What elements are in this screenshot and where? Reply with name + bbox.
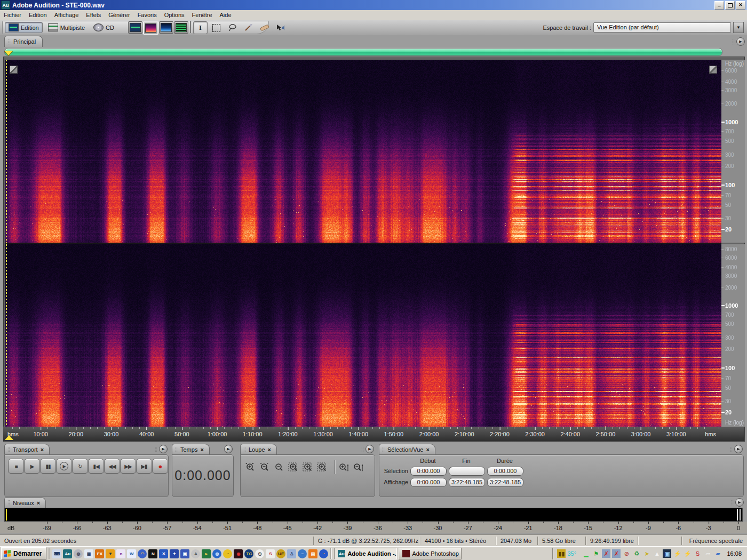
phase-view-button[interactable]	[174, 21, 188, 34]
spectrogram-right-channel[interactable]	[5, 244, 721, 427]
time-selection-tool-button[interactable]: I	[193, 21, 208, 34]
play-from-cursor-button[interactable]: ▶	[56, 459, 72, 474]
selection-view-tab[interactable]: Sélection/Vue ×	[379, 444, 435, 454]
transport-tab[interactable]: Transport ×	[4, 444, 50, 454]
quicklaunch-stamp-tool-icon[interactable]: ▣	[180, 549, 189, 558]
edition-mode-button[interactable]: Edition	[5, 22, 43, 33]
zoom-in-horizontal-button[interactable]	[244, 461, 258, 474]
quicklaunch-yellow-ball-icon[interactable]: ◔	[223, 549, 232, 558]
start-button[interactable]: Démarrer	[1, 547, 46, 560]
quicklaunch-midi-keyboard-icon[interactable]: ⌨	[52, 549, 61, 558]
frequency-axis-top[interactable]: Hz (log) 6000400030002000100070050030020…	[721, 60, 745, 243]
zoom-menu-button[interactable]: ▶	[365, 445, 374, 453]
spot-healing-tool-button[interactable]	[257, 21, 272, 34]
spectrogram-left-channel[interactable]	[5, 60, 721, 243]
quicklaunch-onenote-icon[interactable]: n	[116, 549, 125, 558]
quicklaunch-xx-tool-icon[interactable]: ✦	[170, 549, 179, 558]
pause-button[interactable]: ▮▮	[40, 459, 56, 474]
menu-effets[interactable]: Effets	[82, 11, 105, 19]
menu-options[interactable]: Options	[161, 11, 188, 19]
level-meter[interactable]	[4, 508, 743, 522]
selection-view-menu-button[interactable]: ▶	[734, 445, 743, 453]
zoom-to-selection-button[interactable]	[287, 461, 301, 474]
tray-blocked-icon[interactable]: ⊘	[622, 549, 631, 558]
lasso-selection-tool-button[interactable]	[225, 21, 240, 34]
quicklaunch-media-player-gray-icon[interactable]: ◍	[74, 549, 83, 558]
time-tab[interactable]: Temps ×	[172, 444, 210, 454]
tray-flash-red-2-icon[interactable]: ⚡	[683, 549, 692, 558]
time-menu-button[interactable]: ▶	[224, 445, 233, 453]
spectral-view-button[interactable]	[143, 21, 158, 35]
tray-cursor-white-icon[interactable]: ▲	[653, 549, 661, 558]
quicklaunch-green-media-icon[interactable]: ▸	[202, 549, 211, 558]
selection-duration-field[interactable]: 0:00.000	[487, 467, 523, 476]
zoom-out-full-button[interactable]	[273, 461, 287, 474]
quicklaunch-clock-white-icon[interactable]: ◷	[255, 549, 264, 558]
stop-button[interactable]: ■	[8, 459, 24, 474]
time-ruler[interactable]: hms hms 10:0020:0030:0040:0050:001:00:00…	[3, 427, 744, 441]
go-to-start-button[interactable]: ▮◀	[88, 459, 104, 474]
quicklaunch-pdf-creator-icon[interactable]: ▤	[308, 549, 317, 558]
view-duration-field[interactable]: 3:22:48.185	[487, 478, 523, 487]
menu-generer[interactable]: Générer	[105, 11, 133, 19]
quicklaunch-fx-tool-icon[interactable]: FX	[95, 549, 104, 558]
tray-network-offline-1-icon[interactable]: ✗	[602, 549, 610, 558]
tray-green-flag-icon[interactable]: ⚑	[592, 549, 600, 558]
zoom-out-horizontal-button[interactable]	[258, 461, 272, 474]
quicklaunch-blue-tool-icon[interactable]: ✕	[159, 549, 168, 558]
tray-flash-red-1-icon[interactable]: ⚡	[673, 549, 681, 558]
tray-pointer-yellow-icon[interactable]: ➤	[642, 549, 651, 558]
selection-start-field[interactable]: 0:00.000	[410, 467, 447, 476]
close-icon[interactable]: ×	[426, 447, 429, 452]
menu-fichier[interactable]: Fichier	[0, 11, 25, 19]
quicklaunch-word-icon[interactable]: W	[127, 549, 136, 558]
quicklaunch-calculator-icon[interactable]: ▦	[84, 549, 93, 558]
frequency-axis-bottom[interactable]: Hz (log) 8000600040003000200010007005003…	[721, 244, 745, 427]
playhead-marker-top[interactable]	[4, 51, 13, 55]
taskbar-button-adobe-audition[interactable]: AuAdobe Audition -...	[334, 548, 397, 559]
scrub-tool-button[interactable]	[273, 21, 288, 34]
view-start-field[interactable]: 0:00.000	[410, 478, 447, 487]
cd-mode-button[interactable]: CD	[90, 22, 117, 33]
play-button[interactable]: ▶	[24, 459, 40, 474]
menu-favoris[interactable]: Favoris	[134, 11, 161, 19]
zoom-selection-left-button[interactable]	[301, 461, 315, 474]
quicklaunch-ue-gold-icon[interactable]: UE	[276, 549, 285, 558]
close-icon[interactable]: ×	[268, 447, 271, 452]
close-icon[interactable]: ×	[37, 500, 40, 506]
quicklaunch-folder-utility-icon[interactable]: ▼	[106, 549, 115, 558]
taskbar-button-adobe-photoshop[interactable]: Adobe Photoshop	[399, 548, 462, 559]
workspace-dropdown[interactable]: Vue Edition (par défaut)	[593, 22, 731, 33]
close-icon[interactable]: ×	[200, 447, 203, 452]
tray-power-meter-icon[interactable]: ▮▮	[557, 549, 566, 558]
tray-green-bar-icon[interactable]: ▁	[582, 549, 590, 558]
view-end-field[interactable]: 3:22:48.185	[449, 478, 485, 487]
menu-fenetre[interactable]: Fenêtre	[188, 11, 216, 19]
marquee-selection-tool-button[interactable]	[209, 21, 224, 34]
panel-menu-button[interactable]: ▶	[736, 37, 745, 46]
quicklaunch-gray-a-icon[interactable]: A	[191, 549, 200, 558]
menu-affichage[interactable]: Affichage	[51, 11, 83, 19]
workspace-dropdown-arrow[interactable]: ▼	[733, 22, 744, 33]
levels-menu-button[interactable]: ▶	[735, 498, 744, 507]
left-boundary-handle-icon[interactable]	[10, 66, 18, 74]
right-boundary-handle-icon[interactable]	[709, 66, 717, 74]
quicklaunch-netscape-icon[interactable]: N	[148, 549, 157, 558]
tray-recycle-icon[interactable]: ♻	[632, 549, 641, 558]
restore-button[interactable]	[725, 1, 735, 10]
loop-play-button[interactable]: ↻	[72, 459, 88, 474]
tray-mouse-white-icon[interactable]: ▱	[703, 549, 712, 558]
tray-folder-blue-icon[interactable]: ▰	[713, 549, 722, 558]
go-to-end-button[interactable]: ▶▮	[136, 459, 152, 474]
minimize-button[interactable]: _	[714, 1, 724, 10]
close-button[interactable]: ✕	[736, 1, 745, 10]
title-bar[interactable]: Au Adobe Audition - STE-000.wav _ ✕	[0, 0, 747, 10]
selection-end-field[interactable]	[449, 467, 485, 476]
tray-s-status-icon[interactable]: S	[693, 549, 702, 558]
zoom-out-vertical-button[interactable]	[351, 461, 365, 474]
waveform-view-button[interactable]	[128, 21, 142, 34]
spectral-pan-view-button[interactable]	[159, 21, 173, 34]
transport-menu-button[interactable]: ▶	[159, 445, 168, 453]
effects-paintbrush-tool-button[interactable]	[241, 21, 256, 34]
quicklaunch-sbp-icon[interactable]: S	[266, 549, 275, 558]
